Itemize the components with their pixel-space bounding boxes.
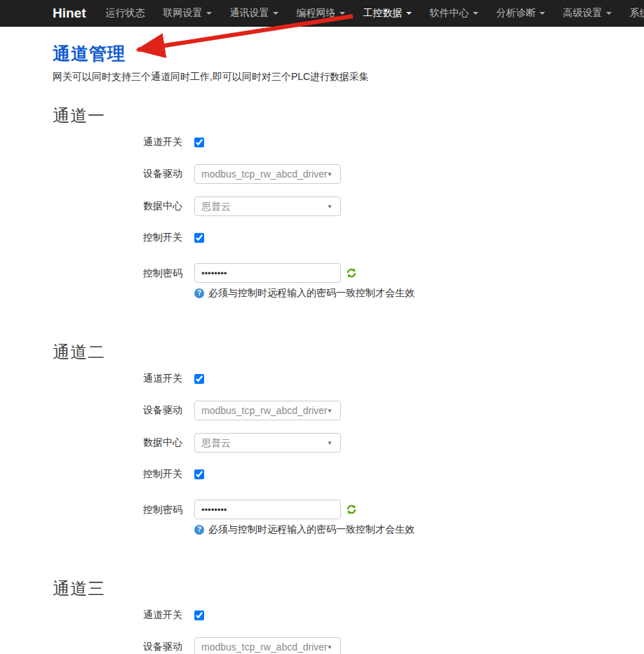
channel-switch-checkbox[interactable] [194, 610, 204, 620]
nav-item-industrial-data[interactable]: 工控数据 [354, 7, 421, 20]
chevron-down-icon: ▼ [327, 197, 333, 216]
channel-switch-row: 通道开关 [53, 609, 616, 622]
device-driver-value: modbus_tcp_rw_abcd_driver [201, 405, 328, 416]
control-switch-checkbox[interactable] [194, 469, 204, 479]
channel-switch-checkbox[interactable] [194, 374, 204, 384]
nav-item-software-center[interactable]: 软件中心 [421, 7, 488, 20]
control-switch-row: 控制开关 [53, 468, 616, 481]
caret-down-icon [473, 12, 478, 15]
refresh-icon[interactable] [346, 267, 357, 279]
control-password-input[interactable] [194, 263, 341, 283]
control-password-input[interactable] [194, 500, 341, 519]
device-driver-label: 设备驱动 [53, 404, 182, 417]
password-help-text: 必须与控制时远程输入的密码一致控制才会生效 [208, 523, 415, 536]
caret-down-icon [340, 12, 345, 15]
nav-item-running-status[interactable]: 运行状态 [97, 7, 154, 20]
page-title: 通道管理 [53, 42, 616, 65]
channel-1-title: 通道一 [53, 105, 616, 127]
data-center-select[interactable]: 思普云 ▼ [194, 196, 341, 216]
chevron-down-icon: ▼ [327, 434, 333, 453]
chevron-down-icon: ▼ [327, 165, 333, 184]
channel-section-1: 通道一 通道开关 设备驱动 modbus_tcp_rw_abcd_driver … [53, 105, 616, 300]
channel-switch-label: 通道开关 [53, 136, 182, 149]
device-driver-row: 设备驱动 modbus_tcp_rw_abcd_driver ▼ [53, 401, 616, 420]
top-navbar: Hinet 运行状态 联网设置 通讯设置 编程网络 工控数据 软件中心 分析诊断… [0, 0, 644, 27]
device-driver-label: 设备驱动 [53, 641, 182, 653]
main-content: 通道管理 网关可以同时支持三个通道同时工作,即可以同时对三个PLC进行数据采集 … [0, 42, 644, 654]
channel-3-title: 通道三 [53, 578, 616, 600]
data-center-value: 思普云 [201, 437, 231, 448]
nav-item-comm-settings[interactable]: 通讯设置 [221, 7, 288, 20]
channel-section-2: 通道二 通道开关 设备驱动 modbus_tcp_rw_abcd_driver … [53, 341, 616, 536]
data-center-row: 数据中心 思普云 ▼ [53, 196, 616, 216]
channel-2-title: 通道二 [53, 341, 616, 363]
channel-switch-row: 通道开关 [53, 373, 616, 385]
channel-section-3: 通道三 通道开关 设备驱动 modbus_tcp_rw_abcd_driver … [53, 578, 616, 654]
channel-switch-label: 通道开关 [53, 373, 182, 385]
nav-item-network-settings[interactable]: 联网设置 [154, 7, 221, 20]
nav-item-analysis-diagnosis[interactable]: 分析诊断 [488, 7, 554, 20]
password-help: ? 必须与控制时远程输入的密码一致控制才会生效 [194, 287, 415, 300]
device-driver-row: 设备驱动 modbus_tcp_rw_abcd_driver ▼ [53, 164, 616, 184]
caret-down-icon [273, 12, 279, 15]
device-driver-select[interactable]: modbus_tcp_rw_abcd_driver ▼ [194, 637, 341, 654]
nav-item-programming-network[interactable]: 编程网络 [288, 7, 354, 20]
chevron-down-icon: ▼ [327, 638, 333, 654]
chevron-down-icon: ▼ [327, 401, 333, 420]
password-help-text: 必须与控制时远程输入的密码一致控制才会生效 [208, 287, 415, 300]
channel-switch-row: 通道开关 [53, 136, 616, 149]
data-center-label: 数据中心 [53, 200, 182, 213]
nav-item-system-settings[interactable]: 系统设置 [621, 7, 644, 20]
control-switch-row: 控制开关 [53, 232, 616, 244]
device-driver-select[interactable]: modbus_tcp_rw_abcd_driver ▼ [194, 164, 341, 184]
control-password-label: 控制密码 [53, 267, 182, 280]
page-subtitle: 网关可以同时支持三个通道同时工作,即可以同时对三个PLC进行数据采集 [53, 71, 616, 84]
caret-down-icon [606, 12, 612, 15]
channel-switch-label: 通道开关 [53, 609, 182, 622]
control-switch-checkbox[interactable] [194, 233, 204, 243]
data-center-value: 思普云 [201, 201, 231, 212]
help-icon: ? [194, 525, 204, 535]
help-icon: ? [194, 288, 204, 298]
control-switch-label: 控制开关 [53, 232, 182, 244]
caret-down-icon [406, 12, 412, 15]
control-switch-label: 控制开关 [53, 468, 182, 481]
caret-down-icon [539, 12, 545, 15]
device-driver-row: 设备驱动 modbus_tcp_rw_abcd_driver ▼ [53, 637, 616, 654]
device-driver-select[interactable]: modbus_tcp_rw_abcd_driver ▼ [194, 401, 341, 420]
caret-down-icon [206, 12, 212, 15]
device-driver-label: 设备驱动 [53, 168, 182, 180]
channel-switch-checkbox[interactable] [194, 138, 204, 147]
data-center-row: 数据中心 思普云 ▼ [53, 433, 616, 453]
device-driver-value: modbus_tcp_rw_abcd_driver [201, 168, 328, 180]
nav-item-advanced-settings[interactable]: 高级设置 [554, 7, 621, 20]
brand-logo[interactable]: Hinet [53, 6, 86, 21]
password-help: ? 必须与控制时远程输入的密码一致控制才会生效 [194, 523, 415, 536]
device-driver-value: modbus_tcp_rw_abcd_driver [201, 641, 328, 653]
control-password-row: 控制密码 ? 必须与控制时远程输入的密码一致控制才会生 [53, 263, 616, 300]
control-password-row: 控制密码 ? 必须与控制时远程输入的密码一致控制才会生 [53, 500, 616, 536]
data-center-label: 数据中心 [53, 436, 182, 449]
data-center-select[interactable]: 思普云 ▼ [194, 433, 341, 453]
refresh-icon[interactable] [346, 504, 357, 515]
control-password-label: 控制密码 [53, 504, 182, 516]
